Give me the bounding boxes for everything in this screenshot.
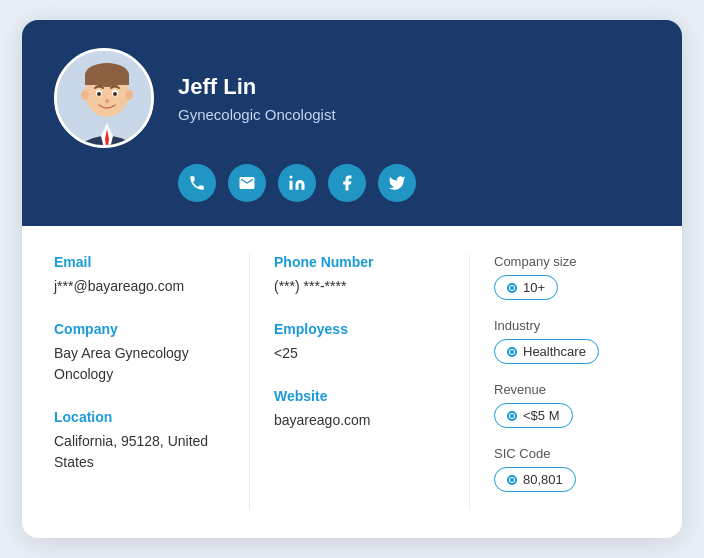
- info-left: Email j***@bayareago.com Company Bay Are…: [54, 254, 250, 510]
- company-size-dot: [507, 283, 517, 293]
- svg-point-12: [113, 92, 117, 96]
- svg-point-11: [97, 92, 101, 96]
- svg-rect-6: [85, 75, 129, 85]
- company-label: Company: [54, 321, 225, 337]
- sic-label: SIC Code: [494, 446, 650, 461]
- website-block: Website bayareago.com: [274, 388, 445, 431]
- phone-icon: [188, 174, 206, 192]
- phone-block: Phone Number (***) ***-****: [274, 254, 445, 297]
- social-icons: [178, 164, 416, 202]
- info-sidebar: Company size 10+ Industry Healthcare Rev…: [470, 254, 650, 510]
- svg-point-14: [290, 176, 293, 179]
- facebook-social-button[interactable]: [328, 164, 366, 202]
- industry-value: Healthcare: [523, 344, 586, 359]
- company-size-label: Company size: [494, 254, 650, 269]
- company-block: Company Bay Area Gynecology Oncology: [54, 321, 225, 385]
- location-block: Location California, 95128, United State…: [54, 409, 225, 473]
- email-icon: [238, 174, 256, 192]
- twitter-icon: [388, 174, 406, 192]
- revenue-badge: <$5 M: [494, 403, 573, 428]
- twitter-social-button[interactable]: [378, 164, 416, 202]
- revenue-label: Revenue: [494, 382, 650, 397]
- employees-value: <25: [274, 343, 445, 364]
- svg-point-8: [125, 90, 133, 100]
- sic-item: SIC Code 80,801: [494, 446, 650, 492]
- phone-value: (***) ***-****: [274, 276, 445, 297]
- website-value: bayareago.com: [274, 410, 445, 431]
- company-value: Bay Area Gynecology Oncology: [54, 343, 225, 385]
- company-size-value: 10+: [523, 280, 545, 295]
- sic-value: 80,801: [523, 472, 563, 487]
- email-value: j***@bayareago.com: [54, 276, 225, 297]
- location-label: Location: [54, 409, 225, 425]
- sic-badge: 80,801: [494, 467, 576, 492]
- profile-card: Jeff Lin Gynecologic Oncologist: [22, 20, 682, 538]
- sic-dot: [507, 475, 517, 485]
- email-label: Email: [54, 254, 225, 270]
- phone-social-button[interactable]: [178, 164, 216, 202]
- revenue-dot: [507, 411, 517, 421]
- company-size-badge: 10+: [494, 275, 558, 300]
- location-value: California, 95128, United States: [54, 431, 225, 473]
- email-block: Email j***@bayareago.com: [54, 254, 225, 297]
- industry-label: Industry: [494, 318, 650, 333]
- header-top: Jeff Lin Gynecologic Oncologist: [54, 48, 336, 148]
- info-right: Phone Number (***) ***-**** Employess <2…: [250, 254, 470, 510]
- website-label: Website: [274, 388, 445, 404]
- phone-label: Phone Number: [274, 254, 445, 270]
- linkedin-icon: [288, 174, 306, 192]
- person-name: Jeff Lin: [178, 74, 336, 100]
- employees-label: Employess: [274, 321, 445, 337]
- facebook-icon: [338, 174, 356, 192]
- svg-point-13: [105, 99, 109, 104]
- company-size-item: Company size 10+: [494, 254, 650, 300]
- revenue-item: Revenue <$5 M: [494, 382, 650, 428]
- card-header: Jeff Lin Gynecologic Oncologist: [22, 20, 682, 226]
- revenue-value: <$5 M: [523, 408, 560, 423]
- industry-badge: Healthcare: [494, 339, 599, 364]
- name-section: Jeff Lin Gynecologic Oncologist: [178, 74, 336, 123]
- avatar: [54, 48, 154, 148]
- email-social-button[interactable]: [228, 164, 266, 202]
- linkedin-social-button[interactable]: [278, 164, 316, 202]
- person-title: Gynecologic Oncologist: [178, 106, 336, 123]
- industry-item: Industry Healthcare: [494, 318, 650, 364]
- industry-dot: [507, 347, 517, 357]
- employees-block: Employess <25: [274, 321, 445, 364]
- card-body: Email j***@bayareago.com Company Bay Are…: [22, 226, 682, 538]
- svg-point-7: [81, 90, 89, 100]
